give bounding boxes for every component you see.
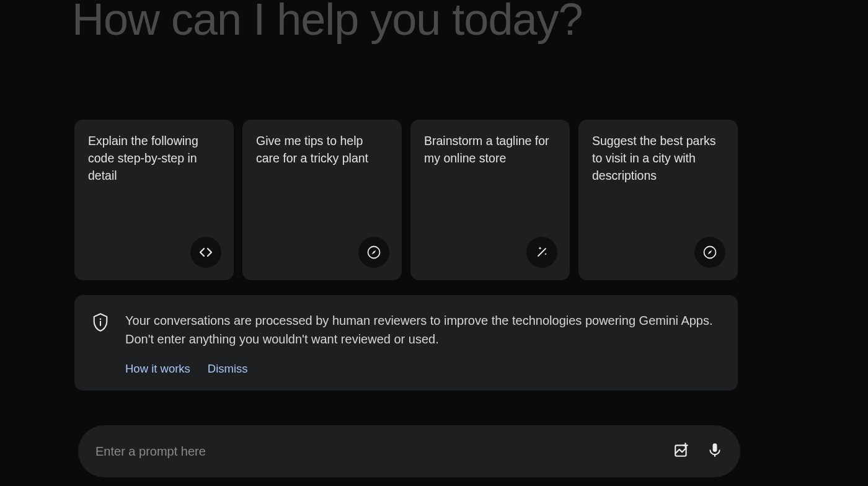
- svg-marker-3: [708, 250, 712, 255]
- notice-body: Your conversations are processed by huma…: [125, 311, 720, 376]
- shield-info-icon: [92, 312, 109, 376]
- page-heading: How can I help you today?: [72, 0, 583, 45]
- suggestion-card-text: Explain the following code step-by-step …: [88, 132, 220, 184]
- suggestion-card-text: Give me tips to help care for a tricky p…: [256, 132, 388, 167]
- suggestion-card-text: Brainstorm a tagline for my online store: [424, 132, 556, 167]
- prompt-actions: [673, 442, 723, 461]
- compass-icon: [358, 237, 389, 268]
- svg-rect-5: [100, 321, 101, 326]
- notice-text: Your conversations are processed by huma…: [125, 311, 720, 348]
- main-container: How can I help you today? Explain the fo…: [0, 0, 868, 486]
- microphone-button[interactable]: [707, 442, 723, 461]
- dismiss-link[interactable]: Dismiss: [208, 362, 248, 376]
- compass-icon: [694, 237, 725, 268]
- code-icon: [190, 237, 221, 268]
- suggestion-card-plant-tips[interactable]: Give me tips to help care for a tricky p…: [242, 120, 402, 280]
- notice-actions: How it works Dismiss: [125, 362, 720, 376]
- svg-marker-1: [372, 250, 376, 255]
- image-plus-icon: [673, 442, 689, 461]
- add-image-button[interactable]: [673, 442, 689, 461]
- suggestion-card-text: Suggest the best parks to visit in a cit…: [592, 132, 724, 184]
- privacy-notice: Your conversations are processed by huma…: [74, 295, 738, 391]
- suggestion-card-tagline[interactable]: Brainstorm a tagline for my online store: [410, 120, 570, 280]
- suggestion-cards-row: Explain the following code step-by-step …: [74, 120, 738, 280]
- microphone-icon: [707, 442, 723, 461]
- wand-icon: [526, 237, 557, 268]
- svg-point-4: [100, 319, 102, 320]
- suggestion-card-parks[interactable]: Suggest the best parks to visit in a cit…: [578, 120, 738, 280]
- how-it-works-link[interactable]: How it works: [125, 362, 190, 376]
- prompt-input[interactable]: [95, 444, 673, 459]
- suggestion-card-explain-code[interactable]: Explain the following code step-by-step …: [74, 120, 234, 280]
- prompt-bar: [78, 425, 740, 477]
